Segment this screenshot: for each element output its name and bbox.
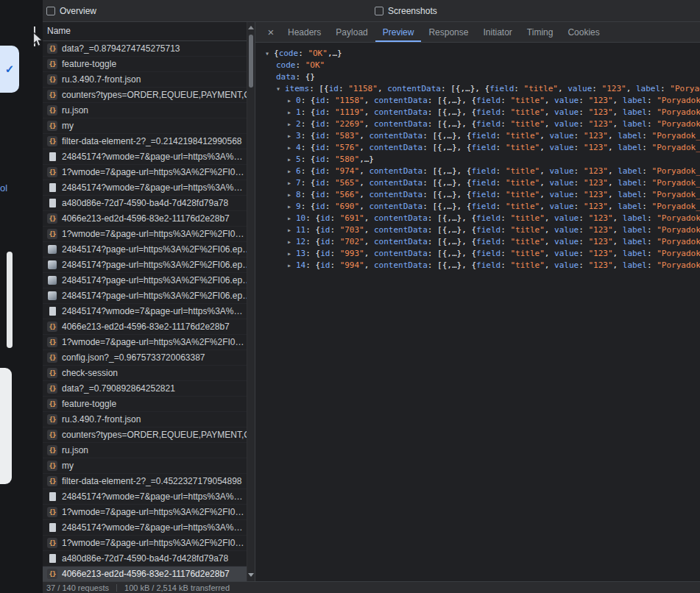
preview-tree-row[interactable]: ▸10: {id: "691", contentData: [{,…}, {fi… (265, 213, 700, 224)
request-name: 4066e213-ed2d-4596-83e2-11176d2e28b7 (62, 569, 240, 579)
name-column-header[interactable]: Name (43, 22, 255, 41)
preview-tree-row[interactable]: code: "OK" (265, 60, 700, 71)
scroll-down-icon[interactable] (248, 573, 254, 577)
tab-initiator[interactable]: Initiator (475, 22, 519, 42)
tab-preview[interactable]: Preview (375, 22, 422, 42)
request-row[interactable]: {}1?wmode=7&page-url=https%3A%2F%2FI0… (43, 227, 255, 242)
request-name: counters?types=ORDER,EQUEUE,PAYMENT,G… (62, 90, 255, 100)
document-file-icon (47, 306, 57, 316)
preview-tree-row[interactable]: data: {} (265, 71, 700, 83)
request-row[interactable]: 24845174?wmode=7&page-url=https%3A%… (43, 520, 255, 536)
request-row[interactable]: 24845174?wmode=7&page-url=https%3A%… (43, 180, 255, 196)
preview-tree-row[interactable]: ▸8: {id: "566", contentData: [{,…}, {fie… (265, 189, 700, 201)
request-row[interactable]: {}data?_=0.790892864252821 (43, 381, 255, 397)
tab-cookies[interactable]: Cookies (560, 22, 607, 42)
request-name: 1?wmode=7&page-url=https%3A%2F%2FI0… (62, 337, 254, 347)
collapse-arrow-icon[interactable]: ▸ (287, 118, 296, 130)
request-row[interactable]: {}4066e213-ed2d-4596-83e2-11176d2e28b7 (43, 211, 255, 227)
preview-tree-row[interactable]: ▸3: {id: "583", contentData: [{,…}, {fie… (265, 130, 700, 142)
preview-tree-row[interactable]: ▸12: {id: "702", contentData: [{,…}, {fi… (265, 236, 700, 248)
preview-tree-row[interactable]: ▸6: {id: "974", contentData: [{,…}, {fie… (265, 166, 700, 177)
preview-tree-row[interactable]: ▸11: {id: "703", contentData: [{,…}, {fi… (265, 224, 700, 236)
request-row[interactable]: {}feature-toggle (43, 397, 255, 412)
preview-tree-row[interactable]: ▸13: {id: "993", contentData: [{,…}, {fi… (265, 248, 700, 260)
request-row[interactable]: {}4066e213-ed2d-4596-83e2-11176d2e28b7 (43, 567, 255, 581)
collapse-arrow-icon[interactable]: ▸ (287, 154, 296, 166)
request-row[interactable]: {}config.json?_=0.9675733720063387 (43, 350, 255, 366)
collapse-arrow-icon[interactable]: ▸ (287, 189, 296, 201)
tab-headers[interactable]: Headers (280, 22, 328, 42)
preview-tree-row[interactable]: ▸0: {id: "1158", contentData: [{,…}, {fi… (265, 95, 700, 107)
overview-checkbox[interactable]: Overview (46, 6, 96, 16)
scrollbar-thumb[interactable] (249, 35, 253, 88)
preview-tree-row[interactable]: ▾items: [{id: "1158", contentData: [{,…}… (265, 83, 700, 95)
request-row[interactable]: 24845174?wmode=7&page-url=https%3A%… (43, 149, 255, 165)
request-row[interactable]: 24845174?wmode=7&page-url=https%3A%… (43, 304, 255, 319)
request-row[interactable]: 24845174?page-url=https%3A%2F%2FI06.ep… (43, 242, 255, 258)
request-row[interactable]: {}ru.3.490.7-front.json (43, 412, 255, 427)
preview-tree-row[interactable]: ▾{code: "OK",…} (265, 48, 700, 60)
request-row[interactable]: {}check-session (43, 366, 255, 381)
requests-scrollbar[interactable] (247, 22, 255, 581)
request-row[interactable]: {}feature-toggle (43, 57, 255, 72)
page-card (0, 368, 12, 484)
request-row[interactable]: 24845174?wmode=7&page-url=https%3A%… (43, 489, 255, 505)
collapse-arrow-icon[interactable]: ▸ (287, 130, 296, 142)
preview-tree-row[interactable]: ▸9: {id: "690", contentData: [{,…}, {fie… (265, 201, 700, 213)
checkbox-box-icon[interactable] (46, 7, 55, 15)
tree-node-text: 2: {id: "2269", contentData: [{,…}, {fie… (296, 119, 700, 129)
preview-tree-row[interactable]: ▸1: {id: "1119", contentData: [{,…}, {fi… (265, 107, 700, 118)
collapse-arrow-icon[interactable]: ▸ (287, 213, 296, 224)
collapse-arrow-icon[interactable]: ▸ (287, 177, 296, 189)
collapse-arrow-icon[interactable]: ▸ (287, 201, 296, 213)
request-row[interactable]: {}my (43, 118, 255, 134)
preview-tree-row[interactable]: ▸7: {id: "565", contentData: [{,…}, {fie… (265, 177, 700, 189)
preview-tree-row[interactable]: ▸4: {id: "576", contentData: [{,…}, {fie… (265, 142, 700, 154)
collapse-arrow-icon[interactable]: ▸ (287, 260, 296, 271)
request-name: 24845174?wmode=7&page-url=https%3A%… (62, 522, 253, 533)
request-row[interactable]: 24845174?page-url=https%3A%2F%2FI06.ep… (43, 288, 255, 304)
tab-timing[interactable]: Timing (520, 22, 561, 42)
request-row[interactable]: a480d86e-72d7-4590-ba4d-7d428fd79a78 (43, 551, 255, 567)
request-row[interactable]: {}1?wmode=7&page-url=https%3A%2F%2FI0… (43, 505, 255, 520)
request-row[interactable]: 24845174?page-url=https%3A%2F%2FI06.ep… (43, 258, 255, 273)
preview-tree-row[interactable]: ▸5: {id: "580",…} (265, 154, 700, 166)
collapse-arrow-icon[interactable]: ▸ (287, 224, 296, 236)
request-name: filter-data-element-2?_=0.45223271790548… (62, 476, 252, 486)
request-row[interactable]: {}filter-data-element-2?_=0.452232717905… (43, 474, 255, 489)
request-name: 24845174?wmode=7&page-url=https%3A%… (62, 306, 253, 316)
close-icon[interactable]: × (261, 22, 280, 42)
collapse-arrow-icon[interactable]: ▸ (287, 142, 296, 154)
page-link[interactable]: ol (0, 182, 7, 193)
request-row[interactable]: {}ru.3.490.7-front.json (43, 72, 255, 88)
collapse-arrow-icon[interactable]: ▸ (287, 236, 296, 248)
request-row[interactable]: {}counters?types=ORDER,EQUEUE,PAYMENT,G… (43, 88, 255, 103)
screenshots-checkbox[interactable]: Screenshots (375, 6, 437, 16)
request-row[interactable]: 24845174?page-url=https%3A%2F%2FI06.ep… (43, 273, 255, 288)
collapse-arrow-icon[interactable]: ▸ (287, 248, 296, 260)
scroll-up-icon[interactable] (248, 26, 254, 29)
network-main: Name {}data?_=0.8794274745275713{}featur… (43, 22, 700, 581)
request-row[interactable]: {}ru.json (43, 443, 255, 458)
request-row[interactable]: {}ru.json (43, 103, 255, 118)
collapse-arrow-icon[interactable]: ▸ (287, 95, 296, 107)
request-row[interactable]: {}data?_=0.8794274745275713 (43, 41, 255, 57)
request-row[interactable]: {}1?wmode=7&page-url=https%3A%2F%2FI0… (43, 335, 255, 350)
request-row[interactable]: {}4066e213-ed2d-4596-83e2-11176d2e28b7 (43, 319, 255, 335)
request-row[interactable]: {}my (43, 458, 255, 474)
request-row[interactable]: {}1?wmode=7&page-url=https%3A%2F%2FI0… (43, 536, 255, 551)
expand-arrow-icon[interactable]: ▾ (265, 48, 274, 60)
expand-arrow-icon[interactable]: ▾ (276, 83, 285, 95)
preview-tree-row[interactable]: ▸2: {id: "2269", contentData: [{,…}, {fi… (265, 118, 700, 130)
preview-tree-row[interactable]: ▸14: {id: "994", contentData: [{,…}, {fi… (265, 260, 700, 271)
requests-pane: Name {}data?_=0.8794274745275713{}featur… (43, 22, 255, 581)
request-row[interactable]: {}counters?types=ORDER,EQUEUE,PAYMENT,G… (43, 427, 255, 443)
tab-response[interactable]: Response (421, 22, 475, 42)
collapse-arrow-icon[interactable]: ▸ (287, 107, 296, 118)
request-row[interactable]: {}filter-data-element-2?_=0.214219841299… (43, 134, 255, 149)
checkbox-box-icon[interactable] (375, 7, 383, 15)
request-row[interactable]: {}1?wmode=7&page-url=https%3A%2F%2FI0… (43, 165, 255, 180)
tab-payload[interactable]: Payload (328, 22, 375, 42)
collapse-arrow-icon[interactable]: ▸ (287, 166, 296, 177)
request-row[interactable]: a480d86e-72d7-4590-ba4d-7d428fd79a78 (43, 196, 255, 211)
